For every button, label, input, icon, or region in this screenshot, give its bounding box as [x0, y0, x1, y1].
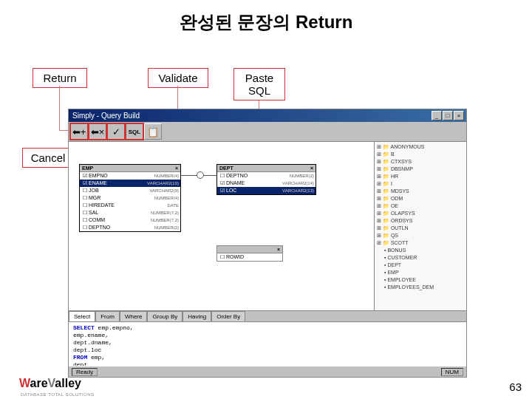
tree-item[interactable]: QS	[376, 232, 465, 239]
sql-tabs: SelectFromWhereGroup ByHavingOrder By	[69, 310, 466, 321]
status-bar: Ready NUM	[69, 366, 466, 377]
table-emp-name: EMP	[82, 166, 93, 171]
tab-from[interactable]: From	[95, 311, 120, 321]
checkbox-icon[interactable]: ☑	[219, 187, 226, 194]
checkbox-icon[interactable]: ☑	[219, 180, 226, 187]
tree-item[interactable]: I	[376, 180, 465, 188]
table-dept-header[interactable]: DEPT ×	[217, 165, 316, 172]
callout-cancel: Cancel	[22, 148, 74, 168]
tree-item[interactable]: B	[376, 151, 465, 158]
tree-item[interactable]: DBSNMP	[376, 166, 465, 173]
checkbox-icon[interactable]: ☐	[81, 224, 89, 231]
column-type: NUMBER(7,2)	[151, 209, 179, 216]
table-row[interactable]: ☑EMPNONUMBER(4)	[80, 172, 180, 180]
table-row[interactable]: ☐DEPTNONUMBER(2)	[217, 172, 316, 180]
tree-item[interactable]: OLAPSYS	[376, 210, 465, 217]
close-button[interactable]: ×	[454, 111, 464, 120]
checkbox-icon[interactable]: ☑	[81, 172, 89, 180]
table-row[interactable]: ☑LOCVARCHAR2(13)	[217, 187, 316, 194]
related-item[interactable]: ROWID	[226, 253, 281, 261]
table-row[interactable]: ☑ENAMEVARCHAR2(10)	[80, 180, 180, 187]
tab-select[interactable]: Select	[69, 311, 95, 321]
validate-button[interactable]: ✓	[107, 123, 125, 140]
tree-item[interactable]: DEPT	[383, 262, 465, 269]
tab-order-by[interactable]: Order By	[211, 311, 245, 321]
clipboard-button[interactable]: 📋	[144, 123, 162, 140]
tree-item[interactable]: OE	[376, 202, 465, 210]
return-button[interactable]: ⬅+	[70, 123, 88, 140]
column-type: NUMBER(4)	[154, 194, 179, 202]
table-row[interactable]: ☐MGRNUMBER(4)	[80, 194, 180, 202]
toolbar: ⬅+ ⬅× ✓ SQL 📋	[69, 122, 466, 142]
join-node[interactable]	[197, 171, 204, 179]
tree-item[interactable]: BONUS	[383, 247, 465, 254]
column-type: NUMBER(4)	[154, 172, 179, 180]
related-box[interactable]: × ☐ROWID	[216, 245, 283, 262]
close-icon[interactable]: ×	[175, 166, 178, 171]
checkbox-icon[interactable]: ☐	[81, 216, 89, 224]
table-row[interactable]: ☐HIREDATEDATE	[80, 202, 180, 209]
callout-validate: Validate	[148, 68, 208, 88]
callout-paste: Paste SQL	[233, 68, 285, 100]
column-name: COMM	[89, 216, 151, 224]
diagram-canvas[interactable]: EMP × ☑EMPNONUMBER(4)☑ENAMEVARCHAR2(10)☐…	[69, 142, 374, 310]
table-row[interactable]: ☐DEPTNONUMBER(2)	[80, 224, 180, 231]
paste-sql-button[interactable]: SQL	[126, 123, 143, 140]
window-title-text: Simply - Query Build	[71, 112, 431, 120]
tree-item[interactable]: OUTLN	[376, 225, 465, 232]
checkbox-icon[interactable]: ☑	[81, 180, 89, 187]
maximize-button[interactable]: □	[443, 111, 453, 120]
page-number: 63	[509, 381, 522, 393]
checkbox-icon[interactable]: ☐	[81, 202, 89, 209]
checkbox-icon[interactable]: ☐	[219, 172, 226, 180]
minimize-button[interactable]: _	[432, 111, 442, 120]
tree-item[interactable]: CTXSYS	[376, 158, 465, 166]
tree-item[interactable]: MDSYS	[376, 188, 465, 195]
titlebar: Simply - Query Build _ □ ×	[69, 109, 466, 122]
table-row[interactable]: ☑DNAMEVARCHAR2(14)	[217, 180, 316, 187]
table-row[interactable]: ☐SALNUMBER(7,2)	[80, 209, 180, 216]
column-type: VARCHAR2(9)	[149, 187, 179, 194]
tree-item[interactable]: EMPLOYEE	[383, 276, 465, 284]
column-name: DEPTNO	[226, 172, 290, 180]
tree-item[interactable]: ANONYMOUS	[376, 143, 465, 151]
tab-having[interactable]: Having	[183, 311, 211, 321]
column-name: JOB	[89, 187, 149, 194]
column-name: SAL	[89, 209, 151, 216]
close-icon[interactable]: ×	[310, 166, 313, 171]
table-emp-header[interactable]: EMP ×	[80, 165, 180, 172]
app-window: Simply - Query Build _ □ × ⬅+ ⬅× ✓ SQL 📋…	[68, 109, 467, 378]
column-name: LOC	[226, 187, 282, 194]
column-type: VARCHAR2(14)	[282, 180, 314, 187]
checkbox-icon[interactable]: ☐	[81, 194, 89, 202]
table-row[interactable]: ☐COMMNUMBER(7,2)	[80, 216, 180, 224]
checkbox-icon[interactable]: ☐	[81, 187, 89, 194]
tree-item[interactable]: CUSTOMER	[383, 254, 465, 262]
tree-item[interactable]: SCOTT	[376, 239, 465, 247]
checkbox-icon[interactable]: ☐	[81, 209, 89, 216]
table-dept[interactable]: DEPT × ☐DEPTNONUMBER(2)☑DNAMEVARCHAR2(14…	[216, 164, 316, 195]
tree-item[interactable]: EMPLOYEES_DEM	[383, 284, 465, 291]
callout-return: Return	[33, 68, 87, 88]
tab-where[interactable]: Where	[120, 311, 148, 321]
tab-group-by[interactable]: Group By	[147, 311, 183, 321]
tree-item[interactable]: ORDSYS	[376, 217, 465, 225]
tree-item[interactable]: HR	[376, 173, 465, 180]
cancel-button[interactable]: ⬅×	[89, 123, 106, 140]
column-name: HIREDATE	[89, 202, 167, 209]
column-name: ENAME	[89, 180, 147, 187]
sql-editor[interactable]: SELECT emp.empno, emp.ename, dept.dname,…	[69, 321, 466, 366]
tree-item[interactable]: ODM	[376, 195, 465, 202]
close-icon[interactable]: ×	[277, 247, 280, 252]
table-row[interactable]: ☐JOBVARCHAR2(9)	[80, 187, 180, 194]
tree-item[interactable]: EMP	[383, 269, 465, 276]
main-area: EMP × ☑EMPNONUMBER(4)☑ENAMEVARCHAR2(10)☐…	[69, 142, 466, 310]
column-name: DEPTNO	[89, 224, 154, 231]
table-dept-name: DEPT	[219, 166, 233, 171]
schema-tree[interactable]: ANONYMOUSBCTXSYSDBSNMPHRIMDSYSODMOEOLAPS…	[374, 142, 466, 310]
column-type: NUMBER(7,2)	[151, 216, 179, 224]
status-text: Ready	[72, 368, 98, 376]
table-emp[interactable]: EMP × ☑EMPNONUMBER(4)☑ENAMEVARCHAR2(10)☐…	[79, 164, 181, 232]
column-name: EMPNO	[89, 172, 154, 180]
status-num: NUM	[441, 368, 463, 376]
